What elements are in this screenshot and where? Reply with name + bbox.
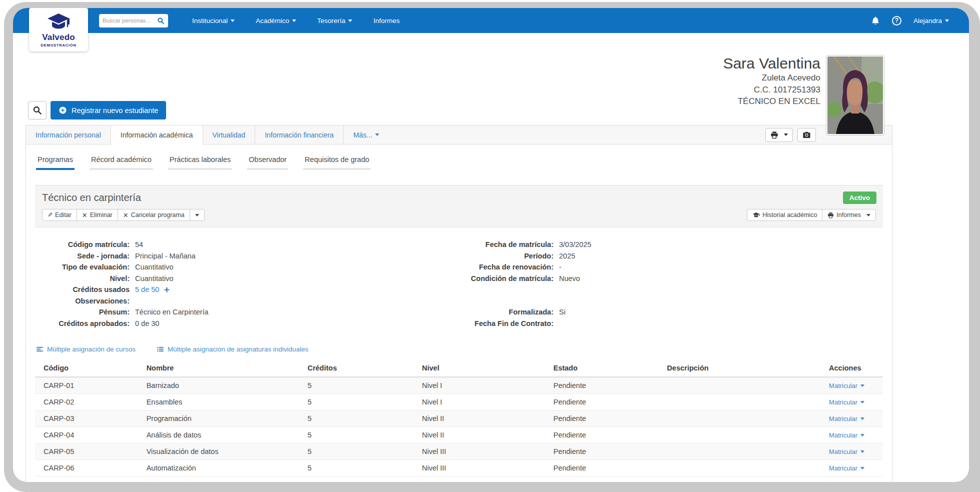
- matricular-action[interactable]: Matricular: [829, 448, 864, 456]
- top-navbar: Institucional Académico Tesorería Inform…: [13, 8, 969, 33]
- chevron-down-icon: [231, 20, 235, 22]
- table-row: CARP-01 Barnizado 5 Nivel I Pendiente Ma…: [35, 377, 883, 394]
- detail-value: 0 de 30: [135, 320, 159, 328]
- multiple-course-assignment-link[interactable]: Múltiple asignación de cursos: [36, 346, 136, 353]
- col-header-creditos: Créditos: [306, 361, 420, 377]
- col-header-nivel: Nivel: [420, 361, 552, 377]
- main-menu: Institucional Académico Tesorería Inform…: [192, 17, 400, 24]
- assignment-links: Múltiple asignación de cursos Múltiple a…: [36, 346, 883, 353]
- program-title: Técnico en carpintería: [42, 192, 876, 204]
- change-photo-button[interactable]: [797, 128, 816, 142]
- search-student-button[interactable]: [28, 101, 47, 120]
- search-people-box[interactable]: [99, 14, 168, 28]
- detail-value: 3/03/2025: [559, 240, 592, 248]
- menu-informes[interactable]: Informes: [373, 17, 400, 24]
- program-reports-button[interactable]: Informes: [822, 209, 876, 221]
- tab-informacion-academica[interactable]: Información académica: [111, 126, 203, 144]
- student-program-label: TÉCNICO EN EXCEL: [723, 96, 820, 108]
- program-card: Técnico en carpintería Activo ✎ Editar ✕…: [35, 185, 883, 476]
- brand-tagline: DEMOSTRACIÓN: [41, 43, 76, 48]
- details-right-column: Fecha de matrícula:3/03/2025 Período:202…: [459, 240, 883, 330]
- chevron-down-icon: [784, 134, 788, 136]
- brand-name: Valvedo: [42, 32, 75, 42]
- detail-value: Principal - Mañana: [135, 252, 196, 260]
- search-people-input[interactable]: [103, 18, 157, 24]
- edit-program-button[interactable]: ✎ Editar: [42, 209, 77, 221]
- tab-virtualidad[interactable]: Virtualidad: [203, 126, 256, 144]
- menu-academico[interactable]: Académico: [256, 17, 296, 24]
- chevron-down-icon: [945, 20, 949, 22]
- matricular-action[interactable]: Matricular: [829, 415, 864, 422]
- detail-value: Técnico en Carpintería: [135, 308, 209, 316]
- chevron-down-icon: [348, 20, 352, 22]
- matricular-action[interactable]: Matricular: [829, 398, 864, 406]
- col-header-descripcion: Descripción: [665, 361, 827, 377]
- col-header-codigo: Código: [35, 361, 145, 377]
- chevron-down-icon: [860, 434, 864, 436]
- subtab-programas[interactable]: Programas: [36, 154, 75, 170]
- table-row: CARP-05 Visualización de datos 5 Nivel I…: [35, 444, 883, 460]
- enrollment-details: Código matrícula:54 Sede - jornada:Princ…: [35, 240, 883, 330]
- chevron-down-icon: [860, 418, 864, 420]
- register-student-button[interactable]: Registrar nuevo estudiante: [51, 101, 166, 120]
- help-icon[interactable]: ?: [892, 16, 901, 26]
- academic-panel: Programas Récord académico Prácticas lab…: [26, 144, 892, 482]
- tab-informacion-personal[interactable]: Información personal: [26, 126, 111, 144]
- chevron-down-icon: [375, 134, 379, 136]
- col-header-nombre: Nombre: [145, 361, 306, 377]
- pencil-icon: ✎: [48, 212, 53, 218]
- student-surname: Zuleta Acevedo: [723, 72, 820, 84]
- chevron-down-icon: [860, 450, 864, 453]
- navbar-right: ? Alejandra: [871, 16, 969, 26]
- subtab-requisitos-de-grado[interactable]: Requisitos de grado: [303, 154, 371, 170]
- multiple-subject-assignment-link[interactable]: Múltiple asignación de asignaturas indiv…: [157, 346, 308, 353]
- graduation-cap-icon: [752, 212, 760, 218]
- search-icon: [33, 106, 42, 115]
- print-profile-button[interactable]: [765, 128, 793, 142]
- matricular-action[interactable]: Matricular: [829, 432, 864, 439]
- bars-icon: [36, 346, 44, 353]
- printer-icon: [827, 212, 834, 218]
- plus-icon[interactable]: [164, 286, 170, 293]
- student-document: C.C. 1017251393: [723, 84, 820, 96]
- x-icon: ✕: [123, 212, 129, 218]
- subtab-record-academico[interactable]: Récord académico: [90, 154, 153, 170]
- chevron-down-icon: [195, 214, 199, 216]
- delete-program-button[interactable]: ✕ Eliminar: [77, 209, 118, 221]
- program-reports-group: Historial académico Informes: [747, 209, 876, 221]
- tab-informacion-financiera[interactable]: Información financiera: [255, 126, 344, 144]
- col-header-estado: Estado: [551, 361, 665, 377]
- table-row: CARP-06 Automatización 5 Nivel III Pendi…: [35, 460, 883, 476]
- more-program-actions-button[interactable]: [190, 209, 205, 221]
- student-photo: [826, 55, 884, 136]
- matricular-action[interactable]: Matricular: [829, 464, 864, 472]
- chevron-down-icon: [860, 384, 864, 387]
- program-actions-group: ✎ Editar ✕ Eliminar ✕ Cancelar programa: [42, 209, 205, 221]
- chevron-down-icon: [860, 401, 864, 404]
- app-window: Institucional Académico Tesorería Inform…: [13, 8, 969, 482]
- subtab-observador[interactable]: Observador: [247, 154, 288, 170]
- menu-institucional[interactable]: Institucional: [192, 17, 235, 24]
- credits-used-link[interactable]: 5 de 50: [135, 286, 170, 294]
- detail-value: 2025: [559, 252, 575, 260]
- matricular-action[interactable]: Matricular: [829, 382, 864, 390]
- user-menu[interactable]: Alejandra: [913, 17, 949, 24]
- subtab-practicas-laborales[interactable]: Prácticas laborales: [168, 154, 233, 170]
- table-header-row: Código Nombre Créditos Nivel Estado Desc…: [35, 361, 883, 377]
- detail-value: -: [559, 263, 562, 271]
- tab-mas[interactable]: Más...: [344, 126, 389, 144]
- menu-tesoreria[interactable]: Tesorería: [317, 17, 352, 24]
- col-header-acciones: Acciones: [827, 361, 883, 377]
- detail-value: Cuantitativo: [135, 274, 174, 282]
- academic-history-button[interactable]: Historial académico: [747, 209, 822, 221]
- bell-icon[interactable]: [871, 16, 880, 25]
- brand-logo[interactable]: Valvedo DEMOSTRACIÓN: [29, 8, 88, 52]
- courses-table: Código Nombre Créditos Nivel Estado Desc…: [35, 361, 883, 476]
- detail-value: 54: [135, 240, 143, 248]
- chevron-down-icon: [866, 214, 870, 216]
- cancel-program-button[interactable]: ✕ Cancelar programa: [118, 209, 190, 221]
- graduation-cap-icon: [45, 12, 73, 32]
- detail-value: Si: [559, 308, 566, 316]
- student-name: Sara Valentina: [723, 55, 820, 72]
- search-icon[interactable]: [157, 17, 165, 24]
